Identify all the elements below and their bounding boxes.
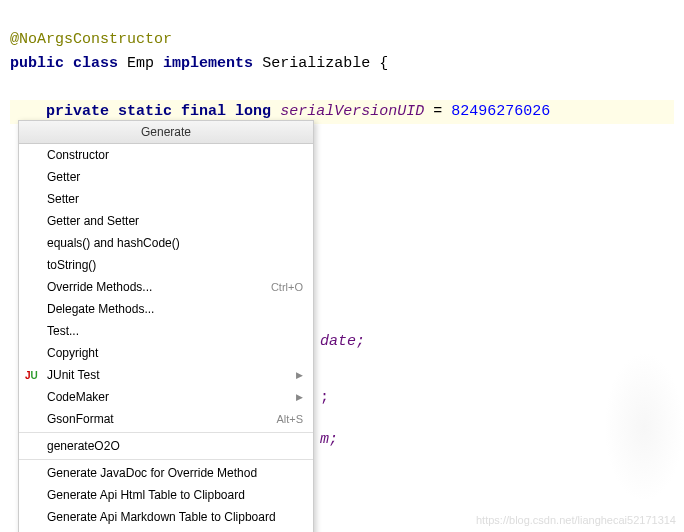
menu-item-label: CodeMaker: [47, 390, 109, 404]
menu-item-label: JUnit Test: [47, 368, 99, 382]
watermark-text: https://blog.csdn.net/lianghecai52171314: [476, 514, 676, 526]
menu-item-label: toString(): [47, 258, 96, 272]
menu-item-generate-api-html-table-to-clipboard[interactable]: Generate Api Html Table to Clipboard: [19, 484, 313, 506]
menu-item-label: generateO2O: [47, 439, 120, 453]
menu-item-getter[interactable]: Getter: [19, 166, 313, 188]
menu-item-label: Delegate Methods...: [47, 302, 154, 316]
menu-item-tostring[interactable]: toString(): [19, 254, 313, 276]
menu-separator: [19, 432, 313, 433]
watermark-image: [604, 352, 684, 502]
menu-item-label: Getter and Setter: [47, 214, 139, 228]
menu-shortcut: Ctrl+O: [271, 281, 303, 293]
menu-item-label: Override Methods...: [47, 280, 152, 294]
menu-item-equals-and-hashcode[interactable]: equals() and hashCode(): [19, 232, 313, 254]
submenu-arrow-icon: ▶: [296, 370, 303, 380]
menu-item-label: Generate Api Html Table to Clipboard: [47, 488, 245, 502]
menu-item-label: Constructor: [47, 148, 109, 162]
generate-context-menu: Generate ConstructorGetterSetterGetter a…: [18, 120, 314, 532]
menu-item-generateo2o[interactable]: generateO2O: [19, 435, 313, 457]
menu-item-setter[interactable]: Setter: [19, 188, 313, 210]
annotation-line: @NoArgsConstructor: [10, 31, 172, 48]
menu-item-label: Test...: [47, 324, 79, 338]
junit-icon: JU: [25, 370, 38, 381]
menu-item-constructor[interactable]: Constructor: [19, 144, 313, 166]
menu-separator: [19, 459, 313, 460]
menu-item-gsonformat[interactable]: GsonFormatAlt+S: [19, 408, 313, 430]
menu-item-label: GsonFormat: [47, 412, 114, 426]
menu-title: Generate: [19, 121, 313, 144]
menu-item-generate-javadoc-for-override-method[interactable]: Generate JavaDoc for Override Method: [19, 462, 313, 484]
menu-item-codemaker[interactable]: CodeMaker▶: [19, 386, 313, 408]
code-editor[interactable]: @NoArgsConstructor public class Emp impl…: [0, 0, 684, 128]
menu-item-generate-code-from-api-table[interactable]: Generate Code from Api Table: [19, 528, 313, 532]
menu-item-label: Setter: [47, 192, 79, 206]
menu-item-copyright[interactable]: Copyright: [19, 342, 313, 364]
bg-identifier: date;: [320, 333, 365, 350]
menu-item-generate-api-markdown-table-to-clipboard[interactable]: Generate Api Markdown Table to Clipboard: [19, 506, 313, 528]
submenu-arrow-icon: ▶: [296, 392, 303, 402]
menu-item-label: Generate JavaDoc for Override Method: [47, 466, 257, 480]
menu-item-label: Copyright: [47, 346, 98, 360]
menu-item-override-methods[interactable]: Override Methods...Ctrl+O: [19, 276, 313, 298]
menu-item-junit-test[interactable]: JUJUnit Test▶: [19, 364, 313, 386]
bg-identifier: ;: [320, 389, 329, 406]
menu-item-label: Getter: [47, 170, 80, 184]
menu-item-label: Generate Api Markdown Table to Clipboard: [47, 510, 276, 524]
menu-shortcut: Alt+S: [276, 413, 303, 425]
bg-identifier: m;: [320, 431, 338, 448]
menu-item-test[interactable]: Test...: [19, 320, 313, 342]
class-decl-line: public class Emp implements Serializable…: [10, 55, 388, 72]
menu-item-delegate-methods[interactable]: Delegate Methods...: [19, 298, 313, 320]
menu-item-getter-and-setter[interactable]: Getter and Setter: [19, 210, 313, 232]
menu-item-label: equals() and hashCode(): [47, 236, 180, 250]
